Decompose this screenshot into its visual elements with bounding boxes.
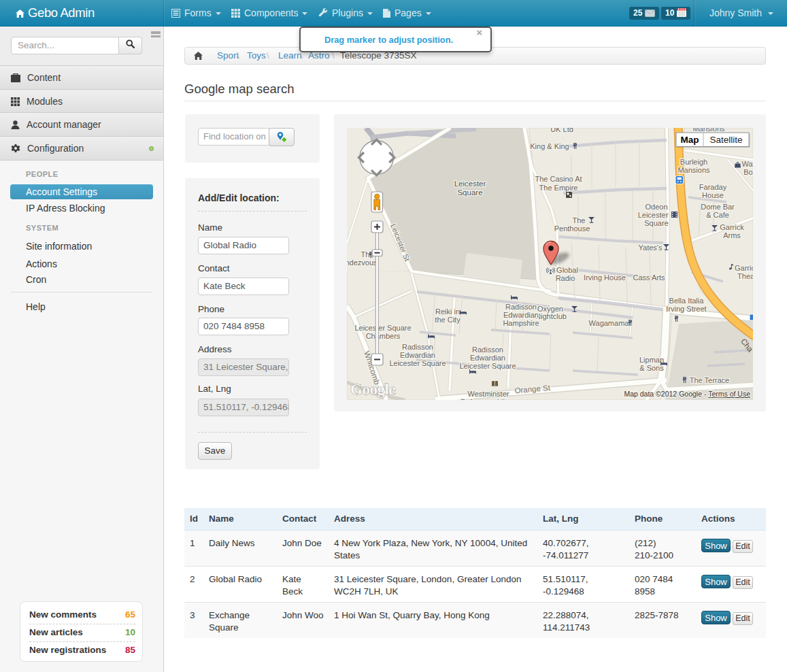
svg-text:& Cafe: & Cafe: [706, 211, 729, 219]
svg-text:Irving Street: Irving Street: [666, 305, 706, 313]
svg-text:Leicester Square: Leicester Square: [354, 324, 411, 332]
svg-text:Satellite: Satellite: [709, 135, 742, 145]
svg-text:ndezvous: ndezvous: [347, 258, 378, 267]
svg-text:Westminster: Westminster: [468, 390, 509, 398]
svg-text:Edwardian: Edwardian: [503, 311, 539, 319]
svg-text:Global: Global: [556, 266, 578, 274]
svg-text:UK Ltd: UK Ltd: [550, 128, 573, 133]
svg-text:Irving House: Irving House: [584, 273, 626, 282]
svg-text:Yates's: Yates's: [639, 243, 663, 252]
svg-text:Faraday: Faraday: [699, 183, 727, 191]
svg-text:Bo: Bo: [743, 168, 752, 176]
svg-text:Odeon: Odeon: [645, 203, 667, 211]
svg-text:House: House: [702, 191, 724, 199]
svg-text:The Terrace: The Terrace: [690, 376, 730, 384]
svg-text:Chambers: Chambers: [366, 332, 401, 340]
svg-text:Cass Arts: Cass Arts: [633, 273, 665, 282]
svg-text:the City: the City: [435, 316, 461, 324]
svg-text:Square: Square: [457, 188, 482, 197]
svg-text:Edwardian: Edwardian: [400, 351, 435, 359]
svg-text:Mansions: Mansions: [677, 166, 710, 174]
svg-text:Google: Google: [350, 381, 395, 398]
svg-text:King & King: King & King: [530, 142, 569, 150]
svg-text:Theatr: Theatr: [737, 272, 753, 280]
svg-text:Reiki in: Reiki in: [435, 307, 460, 316]
svg-text:Burleigh: Burleigh: [680, 158, 707, 166]
svg-text:& Sons: & Sons: [639, 364, 664, 372]
svg-text:Th: Th: [361, 250, 370, 258]
svg-text:Nightclub: Nightclub: [535, 312, 567, 320]
svg-text:Edwardian: Edwardian: [470, 354, 505, 362]
svg-text:The Empire: The Empire: [539, 184, 578, 192]
svg-text:Map: Map: [681, 135, 699, 145]
svg-text:The Casino At: The Casino At: [535, 175, 582, 183]
svg-text:Radisson: Radisson: [402, 343, 433, 351]
svg-text:Radisson: Radisson: [505, 303, 537, 311]
svg-text:The: The: [573, 216, 586, 224]
svg-text:Bella Italia: Bella Italia: [669, 297, 705, 305]
svg-text:Map data ©2012 Google - Terms: Map data ©2012 Google - Terms of Use: [624, 390, 750, 398]
svg-text:Penthouse: Penthouse: [554, 224, 590, 233]
svg-text:Leicester Square: Leicester Square: [459, 362, 516, 370]
svg-text:Dome Bar: Dome Bar: [701, 203, 735, 211]
svg-text:Arms: Arms: [723, 231, 741, 239]
svg-text:Square: Square: [644, 219, 668, 227]
svg-text:Leicester Square: Leicester Square: [389, 359, 446, 367]
svg-text:Wagamama: Wagamama: [589, 319, 630, 327]
svg-text:Lipman: Lipman: [639, 356, 664, 364]
svg-text:Radio: Radio: [556, 274, 575, 282]
svg-text:Garrick: Garrick: [720, 223, 744, 231]
svg-text:Wat: Wat: [741, 160, 753, 168]
svg-text:Leicester: Leicester: [454, 180, 486, 188]
svg-text:Radisson: Radisson: [472, 346, 503, 354]
svg-text:Reference Librar: Reference Librar: [461, 398, 516, 400]
svg-text:Hampshire: Hampshire: [503, 319, 539, 327]
svg-text:Mansions: Mansions: [692, 128, 725, 133]
svg-text:Garric: Garric: [735, 264, 753, 272]
svg-text:Leicester: Leicester: [638, 211, 669, 219]
